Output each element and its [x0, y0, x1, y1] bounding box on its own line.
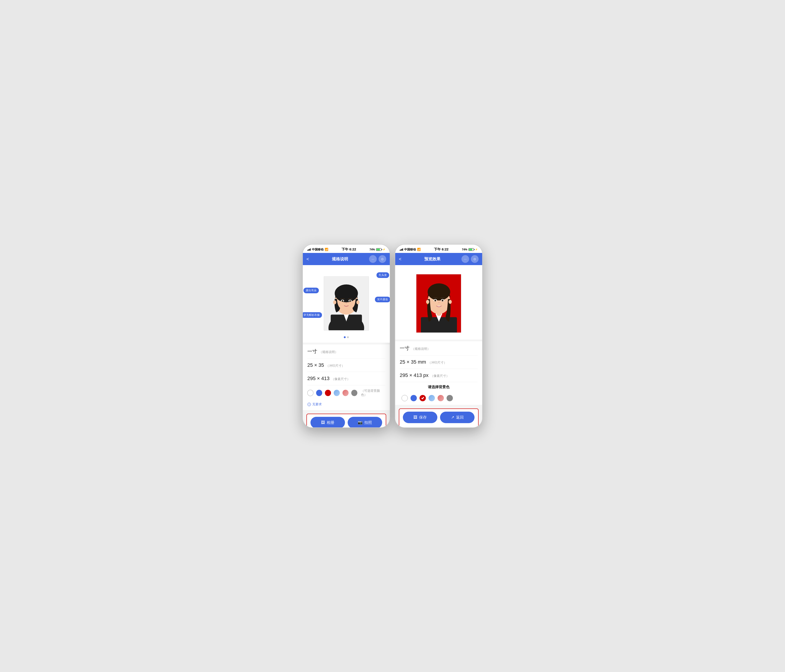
swatch-white-right[interactable] — [402, 395, 408, 401]
pixel-label-left: 295 × 413 — [307, 376, 329, 381]
spec-photo-illustration — [324, 276, 369, 331]
photo-button[interactable]: 📷 拍照 — [348, 417, 382, 428]
nav-bar-left: < 规格说明 ··· ⊙ — [303, 253, 390, 265]
annotation-ear: 露出耳朵 — [303, 288, 319, 293]
divider-right — [395, 340, 482, 341]
pagination-dots — [344, 336, 349, 338]
battery-icon-right — [468, 248, 474, 251]
record-button-left[interactable]: ⊙ — [378, 255, 386, 263]
left-phone: 中国移动 📶 下午 6:22 74% ⚡ < 规格说明 ··· ⊙ — [302, 244, 390, 428]
svg-point-10 — [342, 300, 343, 302]
annotation-hair: 扎头发 — [377, 272, 389, 278]
info-icon: ⓘ — [307, 403, 311, 406]
annotation-clothes: 穿无帽衫衣服 — [303, 312, 322, 318]
back-button-left[interactable]: < — [306, 257, 309, 262]
battery-percent-left: 74% — [369, 248, 375, 251]
swatch-white-left[interactable] — [307, 390, 313, 396]
svg-point-25 — [449, 300, 452, 304]
album-icon: 🖼 — [321, 420, 325, 425]
back-action-button[interactable]: ↗ 返回 — [440, 412, 474, 423]
right-phone: 中国移动 📶 下午 6:22 74% ⚡ < 预览效果 ··· ⊙ — [395, 244, 483, 428]
record-button-right[interactable]: ⊙ — [471, 255, 479, 263]
color-row-left: （可选背景颜色） — [307, 385, 385, 401]
carrier-right: 中国移动 — [404, 247, 416, 252]
photo-section-left: 扎头发 露出耳朵 笑不露齿 穿无帽衫衣服 — [303, 265, 390, 343]
color-row-right — [400, 392, 478, 405]
svg-point-22 — [435, 299, 436, 301]
album-button[interactable]: 🖼 相册 — [311, 417, 345, 428]
swatch-lightblue-right[interactable] — [428, 395, 435, 401]
pixel-sub-right: （像素尺寸） — [430, 374, 449, 378]
bg-select-title: 请选择背景色 — [400, 382, 478, 392]
wifi-icon-right: 📶 — [417, 248, 421, 251]
swatch-blue-left[interactable] — [316, 390, 322, 396]
svg-point-13 — [357, 300, 360, 304]
print-row-left: 25 × 35 （冲印尺寸） — [307, 359, 385, 372]
bottom-bar-left: 🖼 相册 📷 拍照 — [306, 414, 386, 428]
status-bar-right: 中国移动 📶 下午 6:22 74% ⚡ — [395, 244, 482, 253]
swatch-lightblue-left[interactable] — [334, 390, 340, 396]
content-right: 一寸 （规格说明） 25 × 35 mm （冲印尺寸） 295 × 413 px… — [395, 265, 482, 428]
print-label-right: 25 × 35 mm — [400, 359, 426, 365]
save-icon: 🖼 — [413, 415, 417, 420]
save-button[interactable]: 🖼 保存 — [403, 412, 437, 423]
menu-button-left[interactable]: ··· — [369, 255, 377, 263]
swatch-red-right-selected[interactable] — [419, 395, 426, 401]
charging-icon-right: ⚡ — [475, 248, 478, 251]
swatch-lightred-left[interactable] — [342, 390, 349, 396]
menu-button-right[interactable]: ··· — [461, 255, 469, 263]
size-sub-left: （规格说明） — [319, 350, 338, 354]
signal-icon — [307, 248, 311, 251]
pixel-row-left: 295 × 413 （像素尺寸） — [307, 372, 385, 385]
print-sub-right: （冲印尺寸） — [428, 361, 447, 365]
print-label-left: 25 × 35 — [307, 362, 324, 368]
size-row-left: 一寸 （规格说明） — [307, 345, 385, 359]
spec-info-left: 一寸 （规格说明） 25 × 35 （冲印尺寸） 295 × 413 （像素尺寸… — [303, 345, 390, 401]
size-label-right: 一寸 — [400, 345, 410, 352]
time-left: 下午 6:22 — [342, 247, 356, 252]
color-label-left: （可选背景颜色） — [361, 389, 385, 397]
checkmark-icon — [421, 396, 424, 400]
preview-photo-section — [395, 265, 482, 340]
swatch-gray-right[interactable] — [447, 395, 453, 401]
charging-icon-left: ⚡ — [383, 248, 385, 251]
pixel-label-right: 295 × 413 px — [400, 373, 428, 378]
pixel-row-right: 295 × 413 px （像素尺寸） — [400, 369, 478, 382]
svg-point-12 — [333, 300, 336, 304]
time-right: 下午 6:22 — [434, 247, 448, 252]
battery-icon-left — [376, 248, 382, 251]
carrier-left: 中国移动 — [312, 247, 324, 252]
swatch-lightred-right[interactable] — [438, 395, 444, 401]
nav-bar-right: < 预览效果 ··· ⊙ — [395, 253, 482, 265]
annotation-smile: 笑不露齿 — [375, 297, 390, 302]
wifi-icon: 📶 — [325, 248, 328, 251]
bottom-bar-right: 🖼 保存 ↗ 返回 — [399, 409, 479, 428]
record-icon-left: ⊙ — [381, 257, 384, 261]
preview-photo-illustration — [416, 274, 461, 333]
content-left: 扎头发 露出耳朵 笑不露齿 穿无帽衫衣服 一寸 — [303, 265, 390, 428]
svg-point-26 — [427, 303, 428, 304]
share-icon: ↗ — [451, 415, 454, 420]
pixel-sub-left: （像素尺寸） — [331, 377, 350, 381]
size-row-right: 一寸 （规格说明） — [400, 341, 478, 356]
svg-point-23 — [442, 299, 443, 301]
battery-percent-right: 74% — [462, 248, 467, 251]
back-button-right[interactable]: < — [399, 257, 402, 262]
spec-info-right: 一寸 （规格说明） 25 × 35 mm （冲印尺寸） 295 × 413 px… — [395, 341, 482, 405]
no-req-row: ⓘ 无要求 — [303, 401, 390, 410]
size-sub-right: （规格说明） — [411, 347, 430, 351]
record-icon-right: ⊙ — [474, 257, 476, 261]
print-row-right: 25 × 35 mm （冲印尺寸） — [400, 356, 478, 369]
swatch-gray-left[interactable] — [351, 390, 357, 396]
size-label-left: 一寸 — [307, 348, 317, 355]
swatch-blue-right[interactable] — [411, 395, 417, 401]
nav-title-left: 规格说明 — [311, 256, 369, 262]
dot-inactive — [347, 336, 349, 338]
nav-title-right: 预览效果 — [403, 256, 461, 262]
swatch-red-left[interactable] — [325, 390, 331, 396]
print-sub-left: （冲印尺寸） — [326, 364, 345, 368]
dot-active — [344, 336, 346, 338]
svg-point-11 — [349, 300, 351, 302]
signal-icon-right — [400, 248, 403, 251]
camera-icon: 📷 — [358, 420, 363, 425]
